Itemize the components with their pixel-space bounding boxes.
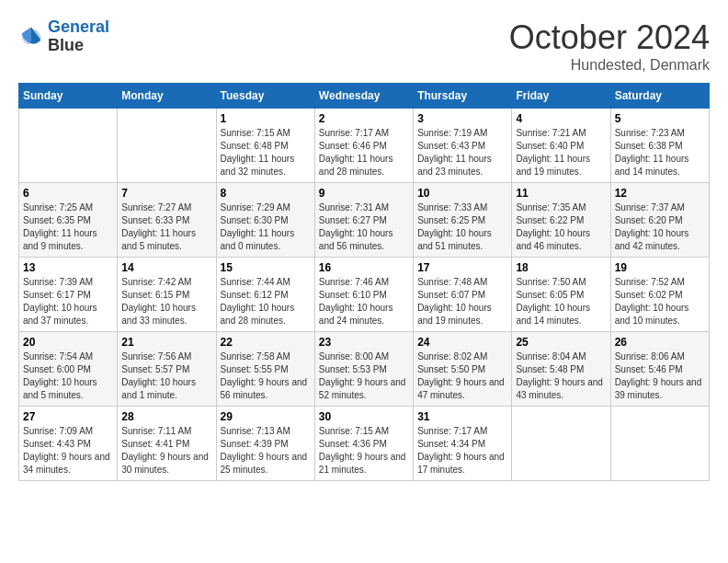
calendar-cell: 1Sunrise: 7:15 AM Sunset: 6:48 PM Daylig… bbox=[216, 109, 314, 183]
calendar-cell: 22Sunrise: 7:58 AM Sunset: 5:55 PM Dayli… bbox=[216, 332, 314, 407]
calendar-cell: 5Sunrise: 7:23 AM Sunset: 6:38 PM Daylig… bbox=[610, 109, 709, 183]
calendar-body: 1Sunrise: 7:15 AM Sunset: 6:48 PM Daylig… bbox=[19, 109, 710, 481]
day-of-week-header: Tuesday bbox=[216, 84, 314, 109]
calendar-cell: 14Sunrise: 7:42 AM Sunset: 6:15 PM Dayli… bbox=[118, 258, 216, 332]
calendar-header: SundayMondayTuesdayWednesdayThursdayFrid… bbox=[19, 84, 710, 109]
day-number: 28 bbox=[121, 410, 211, 423]
calendar-cell: 29Sunrise: 7:13 AM Sunset: 4:39 PM Dayli… bbox=[216, 407, 314, 481]
calendar-cell: 4Sunrise: 7:21 AM Sunset: 6:40 PM Daylig… bbox=[512, 109, 610, 183]
calendar-cell: 16Sunrise: 7:46 AM Sunset: 6:10 PM Dayli… bbox=[314, 258, 413, 332]
day-info: Sunrise: 7:13 AM Sunset: 4:39 PM Dayligh… bbox=[221, 425, 311, 477]
day-info: Sunrise: 7:21 AM Sunset: 6:40 PM Dayligh… bbox=[516, 127, 606, 178]
day-number: 12 bbox=[615, 187, 705, 200]
day-info: Sunrise: 7:58 AM Sunset: 5:55 PM Dayligh… bbox=[221, 350, 311, 402]
calendar-cell: 27Sunrise: 7:09 AM Sunset: 4:43 PM Dayli… bbox=[19, 407, 118, 481]
day-info: Sunrise: 7:17 AM Sunset: 4:34 PM Dayligh… bbox=[417, 425, 507, 477]
calendar-cell: 28Sunrise: 7:11 AM Sunset: 4:41 PM Dayli… bbox=[118, 407, 216, 481]
calendar-cell: 19Sunrise: 7:52 AM Sunset: 6:02 PM Dayli… bbox=[610, 258, 709, 332]
day-number: 2 bbox=[319, 112, 409, 125]
day-number: 26 bbox=[615, 336, 705, 349]
calendar-cell: 11Sunrise: 7:35 AM Sunset: 6:22 PM Dayli… bbox=[512, 183, 610, 258]
logo-line1: General bbox=[48, 17, 109, 36]
calendar-cell: 3Sunrise: 7:19 AM Sunset: 6:43 PM Daylig… bbox=[414, 109, 512, 183]
day-number: 4 bbox=[516, 112, 606, 125]
day-number: 16 bbox=[319, 261, 409, 274]
calendar-cell bbox=[610, 407, 709, 481]
calendar-cell: 24Sunrise: 8:02 AM Sunset: 5:50 PM Dayli… bbox=[414, 332, 512, 407]
day-of-week-header: Saturday bbox=[610, 84, 709, 109]
calendar-cell: 30Sunrise: 7:15 AM Sunset: 4:36 PM Dayli… bbox=[314, 407, 413, 481]
day-number: 17 bbox=[417, 261, 507, 274]
day-of-week-header: Monday bbox=[118, 84, 216, 109]
day-info: Sunrise: 7:44 AM Sunset: 6:12 PM Dayligh… bbox=[221, 276, 311, 327]
day-info: Sunrise: 7:42 AM Sunset: 6:15 PM Dayligh… bbox=[121, 276, 211, 327]
day-info: Sunrise: 7:25 AM Sunset: 6:35 PM Dayligh… bbox=[23, 201, 113, 253]
day-info: Sunrise: 8:06 AM Sunset: 5:46 PM Dayligh… bbox=[615, 350, 705, 402]
day-number: 25 bbox=[516, 336, 606, 349]
day-info: Sunrise: 7:54 AM Sunset: 6:00 PM Dayligh… bbox=[23, 350, 113, 402]
day-number: 10 bbox=[417, 187, 507, 200]
day-info: Sunrise: 7:27 AM Sunset: 6:33 PM Dayligh… bbox=[121, 201, 211, 253]
calendar-week-row: 1Sunrise: 7:15 AM Sunset: 6:48 PM Daylig… bbox=[19, 109, 710, 183]
day-number: 31 bbox=[417, 410, 507, 423]
calendar-cell bbox=[118, 109, 216, 183]
calendar-week-row: 6Sunrise: 7:25 AM Sunset: 6:35 PM Daylig… bbox=[19, 183, 710, 258]
day-number: 13 bbox=[23, 261, 113, 274]
day-info: Sunrise: 7:23 AM Sunset: 6:38 PM Dayligh… bbox=[615, 127, 705, 178]
day-info: Sunrise: 8:02 AM Sunset: 5:50 PM Dayligh… bbox=[417, 350, 507, 402]
day-info: Sunrise: 7:11 AM Sunset: 4:41 PM Dayligh… bbox=[121, 425, 211, 477]
day-number: 24 bbox=[417, 336, 507, 349]
calendar-cell: 18Sunrise: 7:50 AM Sunset: 6:05 PM Dayli… bbox=[512, 258, 610, 332]
day-number: 15 bbox=[221, 261, 311, 274]
calendar-week-row: 13Sunrise: 7:39 AM Sunset: 6:17 PM Dayli… bbox=[19, 258, 710, 332]
day-number: 27 bbox=[23, 410, 113, 423]
day-info: Sunrise: 7:15 AM Sunset: 4:36 PM Dayligh… bbox=[319, 425, 409, 477]
day-info: Sunrise: 7:37 AM Sunset: 6:20 PM Dayligh… bbox=[615, 201, 705, 253]
day-info: Sunrise: 7:09 AM Sunset: 4:43 PM Dayligh… bbox=[23, 425, 113, 477]
day-info: Sunrise: 8:00 AM Sunset: 5:53 PM Dayligh… bbox=[319, 350, 409, 402]
day-number: 19 bbox=[615, 261, 705, 274]
day-number: 5 bbox=[615, 112, 705, 125]
calendar-cell: 9Sunrise: 7:31 AM Sunset: 6:27 PM Daylig… bbox=[314, 183, 413, 258]
day-info: Sunrise: 8:04 AM Sunset: 5:48 PM Dayligh… bbox=[516, 350, 606, 402]
calendar-cell: 21Sunrise: 7:56 AM Sunset: 5:57 PM Dayli… bbox=[118, 332, 216, 407]
day-number: 6 bbox=[23, 187, 113, 200]
day-info: Sunrise: 7:50 AM Sunset: 6:05 PM Dayligh… bbox=[516, 276, 606, 327]
day-number: 8 bbox=[221, 187, 311, 200]
page-header: General Blue October 2024 Hundested, Den… bbox=[18, 18, 710, 74]
day-of-week-header: Thursday bbox=[414, 84, 512, 109]
calendar-cell: 15Sunrise: 7:44 AM Sunset: 6:12 PM Dayli… bbox=[216, 258, 314, 332]
calendar-cell bbox=[512, 407, 610, 481]
day-number: 21 bbox=[121, 336, 211, 349]
day-of-week-header: Friday bbox=[512, 84, 610, 109]
calendar-cell: 12Sunrise: 7:37 AM Sunset: 6:20 PM Dayli… bbox=[610, 183, 709, 258]
calendar-cell: 25Sunrise: 8:04 AM Sunset: 5:48 PM Dayli… bbox=[512, 332, 610, 407]
calendar-cell: 7Sunrise: 7:27 AM Sunset: 6:33 PM Daylig… bbox=[118, 183, 216, 258]
day-info: Sunrise: 7:31 AM Sunset: 6:27 PM Dayligh… bbox=[319, 201, 409, 253]
calendar-week-row: 27Sunrise: 7:09 AM Sunset: 4:43 PM Dayli… bbox=[19, 407, 710, 481]
day-number: 29 bbox=[221, 410, 311, 423]
calendar-cell: 6Sunrise: 7:25 AM Sunset: 6:35 PM Daylig… bbox=[19, 183, 118, 258]
logo-line2: Blue bbox=[48, 37, 109, 55]
day-info: Sunrise: 7:29 AM Sunset: 6:30 PM Dayligh… bbox=[221, 201, 311, 253]
calendar-table: SundayMondayTuesdayWednesdayThursdayFrid… bbox=[18, 83, 710, 481]
day-number: 30 bbox=[319, 410, 409, 423]
logo-icon bbox=[18, 24, 44, 50]
day-of-week-header: Wednesday bbox=[314, 84, 413, 109]
day-number: 9 bbox=[319, 187, 409, 200]
day-info: Sunrise: 7:19 AM Sunset: 6:43 PM Dayligh… bbox=[417, 127, 507, 178]
day-number: 20 bbox=[23, 336, 113, 349]
day-of-week-header: Sunday bbox=[19, 84, 118, 109]
title-block: October 2024 Hundested, Denmark bbox=[509, 18, 710, 74]
header-row: SundayMondayTuesdayWednesdayThursdayFrid… bbox=[19, 84, 710, 109]
day-info: Sunrise: 7:52 AM Sunset: 6:02 PM Dayligh… bbox=[615, 276, 705, 327]
day-info: Sunrise: 7:46 AM Sunset: 6:10 PM Dayligh… bbox=[319, 276, 409, 327]
day-number: 23 bbox=[319, 336, 409, 349]
calendar-cell: 31Sunrise: 7:17 AM Sunset: 4:34 PM Dayli… bbox=[414, 407, 512, 481]
calendar-cell: 8Sunrise: 7:29 AM Sunset: 6:30 PM Daylig… bbox=[216, 183, 314, 258]
logo-text: General Blue bbox=[48, 18, 109, 55]
calendar-cell: 2Sunrise: 7:17 AM Sunset: 6:46 PM Daylig… bbox=[314, 109, 413, 183]
day-info: Sunrise: 7:33 AM Sunset: 6:25 PM Dayligh… bbox=[417, 201, 507, 253]
day-number: 22 bbox=[221, 336, 311, 349]
day-info: Sunrise: 7:17 AM Sunset: 6:46 PM Dayligh… bbox=[319, 127, 409, 178]
